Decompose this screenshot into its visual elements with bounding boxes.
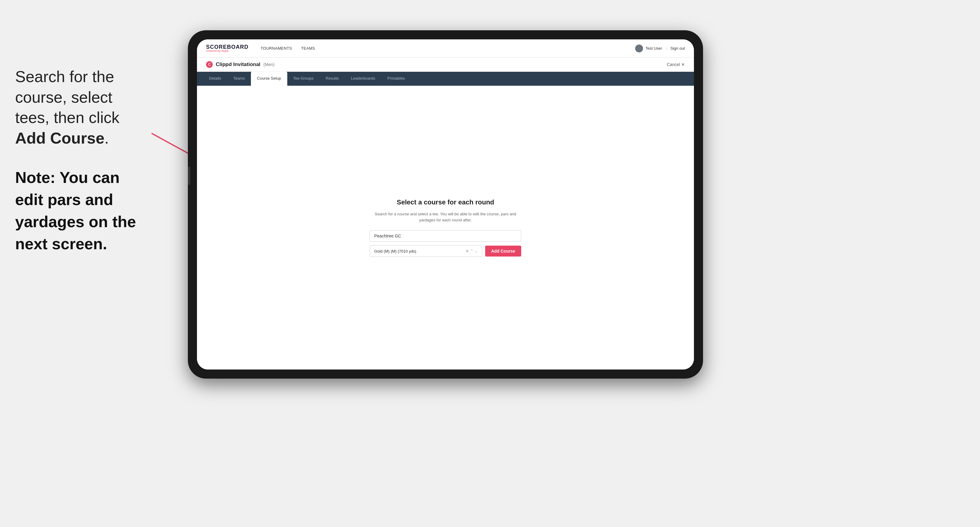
course-select-desc: Search for a course and select a tee. Yo… (370, 211, 521, 223)
user-avatar (635, 44, 643, 52)
tablet-screen: SCOREBOARD Powered by clippd TOURNAMENTS… (197, 40, 694, 370)
add-course-button[interactable]: Add Course (485, 246, 521, 257)
tab-course-setup[interactable]: Course Setup (251, 72, 287, 86)
tournament-title: C Clippd Invitational (Men) (206, 61, 275, 68)
tournament-header: C Clippd Invitational (Men) Cancel ✕ (197, 57, 694, 72)
tab-navigation: Details Teams Course Setup Tee Groups Re… (197, 72, 694, 86)
tab-tee-groups[interactable]: Tee Groups (287, 72, 320, 86)
navbar-right: Test User | Sign out (635, 44, 685, 52)
course-select-title: Select a course for each round (370, 198, 521, 206)
nav-tournaments[interactable]: TOURNAMENTS (261, 46, 292, 51)
tee-chevron-icon: ⌃ (470, 249, 473, 253)
cancel-x-icon: ✕ (681, 62, 685, 67)
app-navbar: SCOREBOARD Powered by clippd TOURNAMENTS… (197, 40, 694, 57)
logo-text: SCOREBOARD (206, 44, 248, 50)
tab-teams[interactable]: Teams (227, 72, 251, 86)
nav-teams[interactable]: TEAMS (301, 46, 315, 51)
tablet-outer: SCOREBOARD Powered by clippd TOURNAMENTS… (188, 30, 703, 379)
cancel-button[interactable]: Cancel ✕ (667, 62, 685, 67)
sign-out-link[interactable]: Sign out (670, 46, 685, 51)
pipe-divider: | (666, 46, 667, 51)
course-select-container: Select a course for each round Search fo… (370, 198, 521, 257)
tee-value: Gold (M) (M) (7010 yds) (374, 249, 416, 254)
logo: SCOREBOARD Powered by clippd (206, 44, 248, 52)
tee-clear-icon[interactable]: ✕ (465, 249, 469, 254)
tab-results[interactable]: Results (320, 72, 345, 86)
tee-select-row: Gold (M) (M) (7010 yds) ✕ ⌃ ⌄ Add Course (370, 245, 521, 257)
tournament-name: Clippd Invitational (216, 62, 260, 68)
tab-printables[interactable]: Printables (381, 72, 411, 86)
tee-select-wrapper: Gold (M) (M) (7010 yds) ✕ ⌃ ⌄ (370, 245, 482, 257)
logo-sub: Powered by clippd (206, 50, 248, 52)
tee-controls: ✕ ⌃ ⌄ (465, 249, 477, 254)
tablet: SCOREBOARD Powered by clippd TOURNAMENTS… (188, 30, 703, 379)
tab-details[interactable]: Details (203, 72, 227, 86)
tee-chevron-down-icon: ⌄ (474, 249, 477, 253)
tablet-side-button (188, 167, 190, 185)
tee-select-display[interactable]: Gold (M) (M) (7010 yds) ✕ ⌃ ⌄ (370, 245, 482, 257)
nav-links: TOURNAMENTS TEAMS (261, 46, 315, 51)
clippd-icon: C (206, 61, 213, 68)
navbar-left: SCOREBOARD Powered by clippd TOURNAMENTS… (206, 44, 315, 52)
main-content: Select a course for each round Search fo… (197, 86, 694, 370)
annotation-area: Search for thecourse, selecttees, then c… (0, 54, 194, 267)
annotation-intro: Search for thecourse, selecttees, then c… (15, 67, 179, 148)
annotation-note: Note: You canedit pars andyardages on th… (15, 167, 179, 255)
tab-leaderboards[interactable]: Leaderboards (345, 72, 381, 86)
course-search-input[interactable] (370, 230, 521, 242)
tournament-gender: (Men) (263, 62, 275, 67)
user-name: Test User (646, 46, 662, 51)
